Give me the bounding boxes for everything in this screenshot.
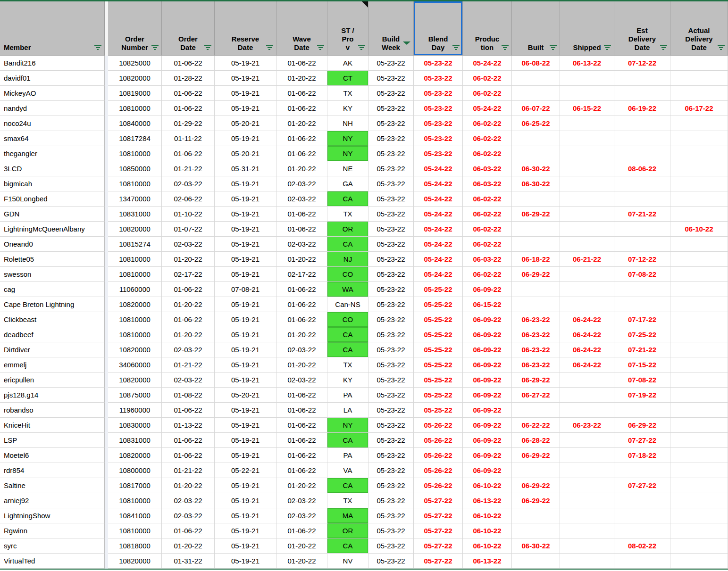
cell-order_date[interactable]: 01-06-22 bbox=[162, 56, 215, 71]
cell-shipped[interactable] bbox=[560, 146, 614, 161]
cell-st_prov[interactable]: NH bbox=[327, 116, 368, 131]
cell-est_delivery[interactable] bbox=[614, 554, 670, 569]
cell-order_date[interactable]: 02-03-22 bbox=[162, 372, 215, 388]
cell-order_date[interactable]: 01-31-22 bbox=[162, 554, 215, 569]
cell-built[interactable]: 06-29-22 bbox=[512, 448, 560, 463]
cell-est_delivery[interactable]: 07-12-22 bbox=[614, 56, 670, 71]
filter-dropdown-icon[interactable] bbox=[266, 45, 273, 51]
cell-build_week[interactable]: 05-23-22 bbox=[368, 252, 414, 267]
cell-st_prov[interactable]: NV bbox=[327, 554, 368, 569]
cell-shipped[interactable] bbox=[560, 161, 614, 176]
cell-member[interactable]: thegangler bbox=[0, 146, 105, 161]
cell-wave_date[interactable]: 01-20-22 bbox=[276, 252, 327, 267]
cell-actual_delivery[interactable] bbox=[670, 146, 728, 161]
cell-blend_day[interactable]: 05-24-22 bbox=[414, 161, 463, 176]
cell-order_date[interactable]: 02-03-22 bbox=[162, 508, 215, 523]
cell-wave_date[interactable]: 01-06-22 bbox=[276, 146, 327, 161]
cell-reserve_date[interactable]: 05-19-21 bbox=[215, 403, 276, 418]
cell-reserve_date[interactable]: 05-19-21 bbox=[215, 433, 276, 448]
cell-actual_delivery[interactable] bbox=[670, 252, 728, 267]
cell-reserve_date[interactable]: 05-19-21 bbox=[215, 267, 276, 282]
cell-wave_date[interactable]: 01-06-22 bbox=[276, 207, 327, 222]
cell-member[interactable]: Moetel6 bbox=[0, 448, 105, 463]
cell-blend_day[interactable]: 05-27-22 bbox=[414, 554, 463, 569]
cell-order_number[interactable]: 10810000 bbox=[108, 101, 162, 116]
cell-member[interactable]: swesson bbox=[0, 267, 105, 282]
cell-st_prov[interactable]: MA bbox=[327, 508, 368, 523]
cell-shipped[interactable] bbox=[560, 478, 614, 493]
cell-reserve_date[interactable]: 05-19-21 bbox=[215, 372, 276, 388]
cell-actual_delivery[interactable] bbox=[670, 357, 728, 372]
cell-order_date[interactable]: 01-20-22 bbox=[162, 327, 215, 342]
cell-shipped[interactable]: 06-24-22 bbox=[560, 342, 614, 357]
cell-reserve_date[interactable]: 05-22-21 bbox=[215, 463, 276, 478]
cell-est_delivery[interactable]: 07-15-22 bbox=[614, 357, 670, 372]
cell-shipped[interactable] bbox=[560, 433, 614, 448]
cell-wave_date[interactable]: 01-06-22 bbox=[276, 403, 327, 418]
cell-build_week[interactable]: 05-23-22 bbox=[368, 508, 414, 523]
cell-order_number[interactable]: 10820000 bbox=[108, 554, 162, 569]
cell-member[interactable]: Clickbeast bbox=[0, 312, 105, 327]
cell-member[interactable]: Saltine bbox=[0, 478, 105, 493]
cell-build_week[interactable]: 05-23-22 bbox=[368, 282, 414, 297]
cell-member[interactable]: VirtualTed bbox=[0, 554, 105, 569]
cell-est_delivery[interactable]: 07-08-22 bbox=[614, 267, 670, 282]
cell-member[interactable]: LSP bbox=[0, 433, 105, 448]
cell-build_week[interactable]: 05-23-22 bbox=[368, 161, 414, 176]
column-header-actual_delivery[interactable]: Actual Delivery Date bbox=[670, 1, 728, 56]
cell-member[interactable]: Rgwinn bbox=[0, 523, 105, 538]
cell-actual_delivery[interactable] bbox=[670, 282, 728, 297]
cell-built[interactable]: 06-23-22 bbox=[512, 327, 560, 342]
cell-wave_date[interactable]: 01-06-22 bbox=[276, 56, 327, 71]
cell-build_week[interactable]: 05-23-22 bbox=[368, 297, 414, 312]
cell-wave_date[interactable]: 01-20-22 bbox=[276, 116, 327, 131]
cell-built[interactable]: 06-23-22 bbox=[512, 342, 560, 357]
cell-order_number[interactable]: 10810000 bbox=[108, 312, 162, 327]
cell-st_prov[interactable]: TX bbox=[327, 357, 368, 372]
cell-built[interactable] bbox=[512, 131, 560, 146]
cell-est_delivery[interactable]: 07-27-22 bbox=[614, 433, 670, 448]
cell-wave_date[interactable]: 02-17-22 bbox=[276, 267, 327, 282]
cell-member[interactable]: KniceHit bbox=[0, 418, 105, 433]
cell-production[interactable]: 06-02-22 bbox=[463, 237, 512, 252]
cell-est_delivery[interactable] bbox=[614, 508, 670, 523]
cell-blend_day[interactable]: 05-27-22 bbox=[414, 493, 463, 508]
cell-built[interactable] bbox=[512, 237, 560, 252]
cell-production[interactable]: 06-02-22 bbox=[463, 146, 512, 161]
cell-reserve_date[interactable]: 05-20-21 bbox=[215, 388, 276, 403]
cell-built[interactable]: 06-07-22 bbox=[512, 101, 560, 116]
cell-production[interactable]: 06-09-22 bbox=[463, 463, 512, 478]
cell-built[interactable] bbox=[512, 222, 560, 237]
cell-order_number[interactable]: 10818000 bbox=[108, 538, 162, 554]
cell-blend_day[interactable]: 05-23-22 bbox=[414, 101, 463, 116]
cell-actual_delivery[interactable] bbox=[670, 56, 728, 71]
cell-wave_date[interactable]: 02-03-22 bbox=[276, 508, 327, 523]
cell-order_date[interactable]: 01-13-22 bbox=[162, 418, 215, 433]
cell-blend_day[interactable]: 05-23-22 bbox=[414, 56, 463, 71]
cell-production[interactable]: 06-02-22 bbox=[463, 191, 512, 207]
cell-order_date[interactable]: 02-06-22 bbox=[162, 191, 215, 207]
cell-blend_day[interactable]: 05-26-22 bbox=[414, 418, 463, 433]
cell-build_week[interactable]: 05-23-22 bbox=[368, 357, 414, 372]
cell-built[interactable]: 06-29-22 bbox=[512, 207, 560, 222]
cell-order_number[interactable]: 10817284 bbox=[108, 131, 162, 146]
filter-dropdown-icon[interactable] bbox=[452, 45, 460, 51]
cell-blend_day[interactable]: 05-25-22 bbox=[414, 388, 463, 403]
cell-member[interactable]: arniej92 bbox=[0, 493, 105, 508]
cell-built[interactable]: 06-29-22 bbox=[512, 372, 560, 388]
cell-st_prov[interactable]: TX bbox=[327, 207, 368, 222]
cell-order_number[interactable]: 10810000 bbox=[108, 146, 162, 161]
cell-order_number[interactable]: 10841000 bbox=[108, 508, 162, 523]
cell-est_delivery[interactable] bbox=[614, 237, 670, 252]
cell-actual_delivery[interactable] bbox=[670, 523, 728, 538]
cell-wave_date[interactable]: 01-06-22 bbox=[276, 463, 327, 478]
cell-production[interactable]: 06-02-22 bbox=[463, 267, 512, 282]
cell-build_week[interactable]: 05-23-22 bbox=[368, 207, 414, 222]
cell-reserve_date[interactable]: 05-19-21 bbox=[215, 207, 276, 222]
cell-built[interactable] bbox=[512, 146, 560, 161]
cell-blend_day[interactable]: 05-26-22 bbox=[414, 433, 463, 448]
cell-build_week[interactable]: 05-23-22 bbox=[368, 267, 414, 282]
cell-st_prov[interactable]: CA bbox=[327, 538, 368, 554]
cell-actual_delivery[interactable] bbox=[670, 508, 728, 523]
cell-order_date[interactable]: 01-06-22 bbox=[162, 523, 215, 538]
